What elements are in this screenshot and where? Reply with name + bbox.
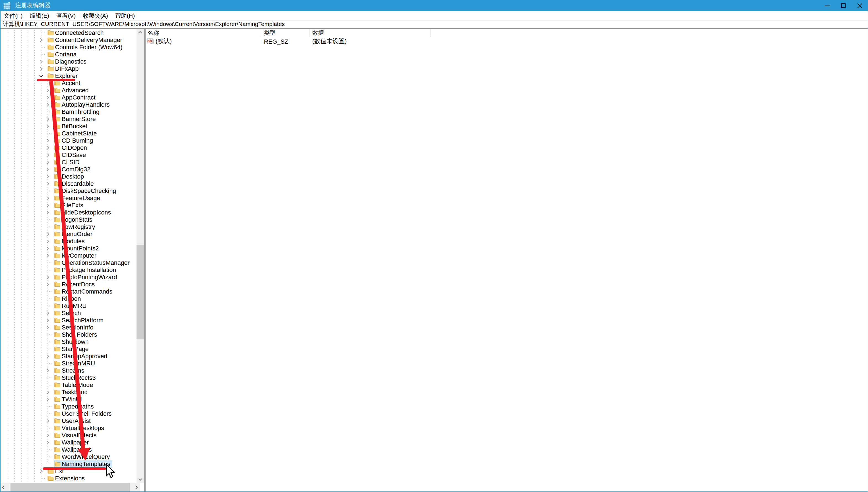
chevron-right-icon[interactable] (45, 138, 50, 143)
tree-item[interactable]: Controls Folder (Wow64) (0, 43, 136, 51)
tree-item[interactable]: TypedPaths (0, 403, 136, 410)
tree-item[interactable]: Accent (0, 79, 136, 87)
chevron-right-icon[interactable] (45, 440, 50, 445)
tree-item[interactable]: NamingTemplates (0, 460, 136, 467)
tree-item[interactable]: Discardable (0, 180, 136, 187)
menu-item[interactable]: 收藏夹(A) (79, 11, 112, 20)
tree-item[interactable]: FeatureUsage (0, 194, 136, 201)
chevron-right-icon[interactable] (45, 325, 50, 330)
tree-item[interactable]: RunMRU (0, 302, 136, 309)
scroll-right-arrow[interactable] (133, 484, 140, 491)
tree-item[interactable]: OperationStatusManager (0, 259, 136, 266)
chevron-right-icon[interactable] (45, 116, 50, 121)
tree-item[interactable]: CD Burning (0, 137, 136, 144)
chevron-right-icon[interactable] (45, 102, 50, 107)
minimize-button[interactable] (819, 0, 835, 11)
column-header[interactable]: 名称 (146, 29, 260, 37)
tree-item[interactable]: Cortana (0, 51, 136, 58)
tree-item[interactable]: WordWheelQuery (0, 453, 136, 460)
chevron-right-icon[interactable] (45, 167, 50, 172)
tree-item[interactable]: ConnectedSearch (0, 29, 136, 36)
chevron-right-icon[interactable] (39, 66, 44, 71)
chevron-right-icon[interactable] (45, 174, 50, 179)
scroll-up-arrow[interactable] (136, 29, 144, 36)
tree-item[interactable]: Shell Folders (0, 331, 136, 338)
tree-item[interactable]: VirtualDesktops (0, 424, 136, 432)
chevron-right-icon[interactable] (45, 231, 50, 236)
column-header[interactable]: 类型 (260, 29, 310, 37)
tree-item[interactable]: CIDSave (0, 151, 136, 158)
tree-item[interactable]: Taskband (0, 388, 136, 396)
chevron-right-icon[interactable] (45, 195, 50, 200)
chevron-down-icon[interactable] (39, 73, 44, 78)
tree-item[interactable]: StuckRects3 (0, 374, 136, 381)
tree-item[interactable]: CabinetState (0, 130, 136, 137)
tree-item[interactable]: Ext (0, 467, 136, 474)
chevron-right-icon[interactable] (45, 88, 50, 93)
tree-item[interactable]: MyComputer (0, 252, 136, 259)
tree-item[interactable]: SessionInfo (0, 324, 136, 331)
vertical-scrollbar-thumb[interactable] (136, 245, 144, 339)
tree-item[interactable]: SearchPlatform (0, 317, 136, 324)
tree-item[interactable]: TWinUI (0, 396, 136, 403)
chevron-right-icon[interactable] (45, 203, 50, 207)
chevron-right-icon[interactable] (45, 311, 50, 315)
tree-item[interactable]: BitBucket (0, 122, 136, 130)
tree-item[interactable]: BannerStore (0, 115, 136, 122)
tree-item[interactable]: MenuOrder (0, 230, 136, 238)
chevron-right-icon[interactable] (45, 390, 50, 394)
tree-item[interactable]: Search (0, 309, 136, 317)
tree-item[interactable]: FileExts (0, 201, 136, 209)
value-row[interactable]: ab(默认)REG_SZ(数值未设置) (146, 38, 868, 45)
tree-item[interactable]: Explorer (0, 72, 136, 79)
tree-item[interactable]: ContentDeliveryManager (0, 36, 136, 43)
tree-item[interactable]: CIDOpen (0, 144, 136, 151)
tree-item[interactable]: PhotoPrintingWizard (0, 273, 136, 280)
chevron-right-icon[interactable] (45, 152, 50, 157)
tree-item[interactable]: CLSID (0, 158, 136, 166)
tree-item[interactable]: Package Installation (0, 266, 136, 273)
scroll-left-arrow[interactable] (0, 484, 7, 491)
chevron-right-icon[interactable] (45, 418, 50, 423)
maximize-button[interactable] (835, 0, 852, 11)
tree-item[interactable]: UserAssist (0, 417, 136, 424)
scroll-down-arrow[interactable] (136, 476, 144, 483)
chevron-right-icon[interactable] (45, 210, 50, 215)
chevron-right-icon[interactable] (45, 433, 50, 438)
close-button[interactable] (852, 0, 868, 11)
tree-item[interactable]: HideDesktopIcons (0, 209, 136, 216)
chevron-right-icon[interactable] (45, 239, 50, 244)
tree-item[interactable]: BamThrottling (0, 108, 136, 115)
tree-item[interactable]: Wallpapers (0, 446, 136, 453)
tree-item[interactable]: AppContract (0, 94, 136, 101)
chevron-right-icon[interactable] (39, 59, 44, 64)
tree-horizontal-scrollbar[interactable] (0, 483, 140, 491)
chevron-right-icon[interactable] (39, 468, 44, 473)
chevron-right-icon[interactable] (45, 246, 50, 251)
chevron-right-icon[interactable] (45, 124, 50, 128)
tree-item[interactable]: Advanced (0, 87, 136, 94)
chevron-right-icon[interactable] (45, 159, 50, 165)
chevron-right-icon[interactable] (45, 95, 50, 100)
tree-item[interactable]: Desktop (0, 173, 136, 180)
tree-item[interactable]: StartPage (0, 345, 136, 352)
tree-item[interactable]: LowRegistry (0, 223, 136, 230)
tree-item[interactable]: Ribbon (0, 295, 136, 302)
tree-item[interactable]: Streams (0, 367, 136, 374)
tree-item[interactable]: Shutdown (0, 338, 136, 345)
tree-item[interactable]: ComDlg32 (0, 166, 136, 173)
tree-item[interactable]: AutoplayHandlers (0, 101, 136, 108)
address-bar[interactable]: 计算机\HKEY_CURRENT_USER\SOFTWARE\Microsoft… (0, 21, 868, 29)
chevron-right-icon[interactable] (45, 353, 50, 359)
menu-item[interactable]: 查看(V) (53, 11, 79, 20)
chevron-right-icon[interactable] (45, 253, 50, 258)
tree-item[interactable]: StreamMRU (0, 360, 136, 367)
chevron-right-icon[interactable] (45, 397, 50, 402)
tree-item[interactable]: Wallpaper (0, 439, 136, 446)
column-header[interactable]: 数据 (310, 29, 431, 37)
chevron-right-icon[interactable] (45, 318, 50, 323)
tree-item[interactable]: User Shell Folders (0, 410, 136, 417)
chevron-right-icon[interactable] (45, 145, 50, 150)
chevron-right-icon[interactable] (45, 368, 50, 373)
tree-item[interactable]: RecentDocs (0, 280, 136, 288)
